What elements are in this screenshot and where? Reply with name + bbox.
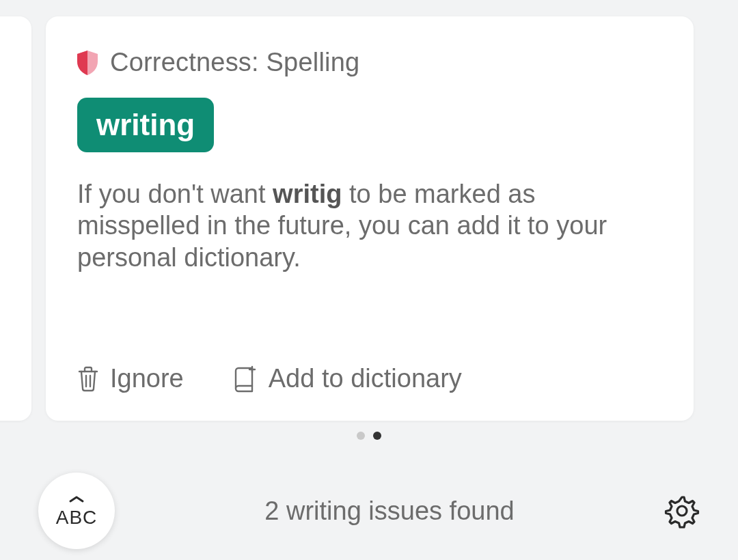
keyboard-label: ABC (56, 507, 98, 529)
suggestion-pill[interactable]: writing (77, 98, 214, 152)
ignore-button[interactable]: Ignore (77, 364, 184, 393)
explanation-bold: writig (273, 180, 342, 208)
page-dot-1[interactable] (373, 432, 381, 440)
settings-button[interactable] (664, 493, 700, 529)
svg-point-4 (677, 506, 687, 516)
trash-icon (77, 366, 99, 392)
category-text: Correctness: Spelling (110, 48, 359, 77)
page-dots (0, 432, 738, 440)
ignore-label: Ignore (110, 364, 184, 393)
category-row: Correctness: Spelling (77, 48, 662, 77)
actions-row: Ignore Add to dictionary (77, 364, 462, 393)
chevron-up-icon (68, 493, 85, 505)
shield-icon (77, 51, 98, 75)
suggestion-text: writing (96, 108, 195, 141)
explanation-pre: If you don't want (77, 180, 273, 208)
previous-card-sliver[interactable] (0, 16, 31, 421)
keyboard-button[interactable]: ABC (38, 473, 115, 549)
add-to-dictionary-button[interactable]: Add to dictionary (232, 364, 462, 393)
add-label: Add to dictionary (269, 364, 462, 393)
explanation-text: If you don't want writig to be marked as… (77, 178, 658, 273)
page-dot-0[interactable] (357, 432, 365, 440)
gear-icon (664, 493, 700, 529)
book-plus-icon (232, 365, 258, 393)
status-text: 2 writing issues found (264, 496, 514, 526)
bottom-bar: ABC 2 writing issues found (0, 470, 738, 552)
suggestion-card: Correctness: Spelling writing If you don… (46, 16, 694, 421)
